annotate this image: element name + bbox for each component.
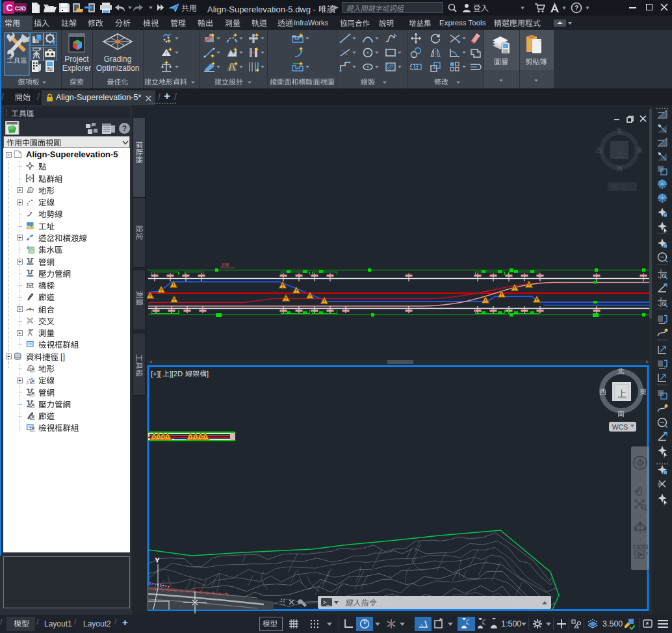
svg-text:Project: Project [64,55,89,64]
svg-text:]: ] [207,370,209,378]
svg-text:][2D: ][2D [170,370,183,378]
svg-text:?: ? [575,5,578,12]
svg-text:Optimization: Optimization [96,64,140,73]
svg-text:WCS: WCS [610,183,626,190]
svg-text:WCS: WCS [612,423,628,431]
svg-text:C: C [6,3,12,13]
svg-text:Explorer: Explorer [62,64,92,73]
svg-text:Grading: Grading [104,55,132,64]
svg-text:?: ? [122,124,127,133]
svg-text:C3D: C3D [15,5,26,12]
svg-text:Y: Y [155,557,159,563]
svg-text:>_: >_ [323,599,330,606]
svg-text:[+][: [+][ [151,370,161,378]
